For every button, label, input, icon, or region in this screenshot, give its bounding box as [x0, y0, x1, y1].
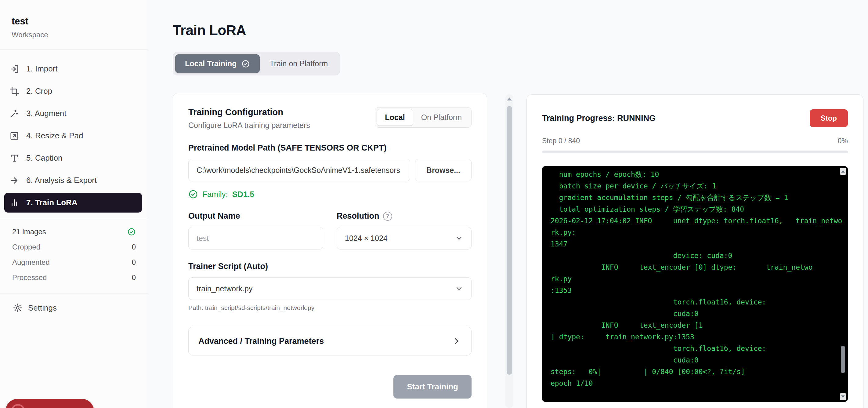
scrollbar-thumb[interactable]: [507, 106, 512, 375]
training-configuration-card: Training Configuration Configure LoRA tr…: [173, 93, 487, 408]
trainer-script-select[interactable]: train_network.py: [188, 277, 471, 300]
terminal-line: torch.float16, device:: [551, 296, 836, 308]
workspace-stats: 21 images Cropped 0 Augmented 0 Processe…: [0, 218, 148, 294]
terminal-line: 2026-02-12 17:04:02 INFO unet dtype: tor…: [551, 215, 836, 227]
resize-icon: [10, 131, 19, 141]
gear-icon: [13, 303, 23, 313]
chevron-down-icon: [455, 284, 463, 293]
sidebar-item-analysis-export[interactable]: 6. Analysis & Export: [4, 170, 142, 190]
sidebar-item-train-lora[interactable]: 7. Train LoRA: [4, 193, 142, 212]
tab-train-on-platform[interactable]: Train on Platform: [260, 54, 338, 73]
wand-icon: [10, 109, 19, 118]
terminal-lines: num epochs / epoch数: 10 batch size per d…: [551, 169, 836, 389]
terminal-scroll-up-icon[interactable]: [840, 168, 846, 175]
sidebar-item-import[interactable]: 1. Import: [4, 59, 142, 79]
resolution-label-text: Resolution: [337, 211, 379, 221]
terminal-line: cuda:0: [551, 308, 836, 319]
stat-cropped: Cropped 0: [12, 243, 136, 251]
mode-platform-option[interactable]: On Platform: [413, 109, 470, 125]
images-count-label: 21 images: [12, 228, 46, 236]
training-mode-tabs: Local Training Train on Platform: [173, 52, 340, 76]
terminal-line: total optimization steps / 学習ステップ数: 840: [551, 203, 836, 215]
start-training-button[interactable]: Start Training: [394, 375, 471, 399]
browse-button[interactable]: Browse...: [415, 159, 471, 181]
terminal-line: 1347: [551, 238, 836, 250]
stat-augmented: Augmented 0: [12, 258, 136, 267]
terminal-line: INFO text_encoder [0] dtype: train_netwo: [551, 261, 836, 273]
terminal-line: epoch 1/10: [551, 377, 836, 389]
sidebar-item-augment[interactable]: 3. Augment: [4, 104, 142, 123]
stat-value: 0: [132, 273, 136, 282]
tab-local-training[interactable]: Local Training: [175, 54, 260, 73]
settings-label: Settings: [28, 303, 57, 313]
check-circle-icon: [127, 228, 136, 236]
terminal-line: rk.py: [551, 273, 836, 285]
stat-value: 0: [132, 258, 136, 267]
page-scrollbar[interactable]: [505, 94, 513, 408]
training-progress-panel: Training Progress: RUNNING Stop Step 0 /…: [526, 94, 863, 408]
advanced-label: Advanced / Training Parameters: [198, 337, 324, 346]
crop-icon: [10, 87, 19, 96]
sidebar: test Workspace 1. Import 2. Crop 3. Augm…: [0, 0, 148, 408]
training-log-terminal[interactable]: num epochs / epoch数: 10 batch size per d…: [542, 166, 848, 402]
terminal-line: ] dtype: train_network.py:1353: [551, 331, 836, 343]
card-title: Training Configuration: [188, 107, 310, 117]
sidebar-item-crop[interactable]: 2. Crop: [4, 81, 142, 101]
bar-chart-icon: [10, 198, 19, 207]
terminal-scrollbar[interactable]: [839, 167, 847, 401]
advanced-parameters-toggle[interactable]: Advanced / Training Parameters: [188, 327, 471, 355]
family-value: SD1.5: [232, 190, 254, 199]
import-icon: [10, 64, 19, 74]
stop-training-label: Stop Training: [30, 406, 81, 408]
help-icon[interactable]: ?: [383, 212, 392, 221]
stop-training-floating-button[interactable]: Stop Training: [5, 399, 94, 408]
sidebar-item-label: 6. Analysis & Export: [26, 176, 97, 185]
terminal-line: rk.py:: [551, 227, 836, 238]
trainer-script-path-hint: Path: train_script/sd-scripts/train_netw…: [188, 304, 471, 312]
step-counter: Step 0 / 840: [542, 137, 580, 145]
check-circle-icon: [188, 190, 198, 199]
resolution-select[interactable]: 1024 × 1024: [337, 227, 471, 250]
stop-icon: [11, 404, 25, 408]
sidebar-item-label: 5. Caption: [26, 153, 63, 163]
sidebar-item-resize-pad[interactable]: 4. Resize & Pad: [4, 126, 142, 146]
terminal-scrollbar-thumb[interactable]: [841, 346, 845, 373]
resolution-label: Resolution ?: [337, 211, 471, 221]
progress-percent: 0%: [838, 137, 848, 145]
sidebar-nav: 1. Import 2. Crop 3. Augment 4. Resize &…: [0, 50, 148, 218]
sidebar-item-label: 2. Crop: [26, 86, 52, 96]
progress-title: Training Progress: RUNNING: [542, 114, 656, 123]
arrow-right-icon: [10, 176, 19, 185]
mode-segmented-control: Local On Platform: [375, 107, 471, 128]
stat-images: 21 images: [12, 228, 136, 236]
text-icon: [10, 154, 19, 163]
terminal-line: num epochs / epoch数: 10: [551, 169, 836, 180]
sidebar-item-label: 1. Import: [26, 64, 58, 74]
terminal-scroll-down-icon[interactable]: [840, 394, 846, 400]
stat-label: Cropped: [12, 243, 40, 251]
resolution-value: 1024 × 1024: [345, 234, 388, 243]
workspace-name: test: [11, 16, 136, 27]
main-content: Train LoRA Local Training Train on Platf…: [148, 0, 513, 408]
terminal-line: steps: 0%| | 0/840 [00:00<?, ?it/s]: [551, 366, 836, 377]
terminal-line: INFO text_encoder [1: [551, 319, 836, 331]
sidebar-item-label: 4. Resize & Pad: [26, 131, 83, 141]
chevron-down-icon: [455, 234, 463, 242]
output-name-input[interactable]: [188, 227, 323, 250]
terminal-line: torch.float16, device:: [551, 343, 836, 354]
sidebar-item-caption[interactable]: 5. Caption: [4, 148, 142, 168]
terminal-line: :1353: [551, 285, 836, 296]
tab-label: Local Training: [185, 59, 237, 68]
sidebar-item-label: 7. Train LoRA: [26, 198, 78, 207]
card-subtitle: Configure LoRA training parameters: [188, 121, 310, 130]
model-path-label: Pretrained Model Path (SAFE TENSORS OR C…: [188, 143, 471, 153]
scroll-up-arrow-icon[interactable]: [507, 97, 512, 100]
mode-local-option[interactable]: Local: [377, 109, 413, 126]
check-circle-icon: [241, 60, 250, 68]
terminal-line: batch size per device / バッチサイズ: 1: [551, 180, 836, 192]
stat-value: 0: [132, 243, 136, 251]
stop-button[interactable]: Stop: [810, 109, 848, 127]
sidebar-item-settings[interactable]: Settings: [0, 294, 148, 322]
model-path-input[interactable]: [188, 159, 410, 181]
trainer-script-label: Trainer Script (Auto): [188, 262, 471, 271]
